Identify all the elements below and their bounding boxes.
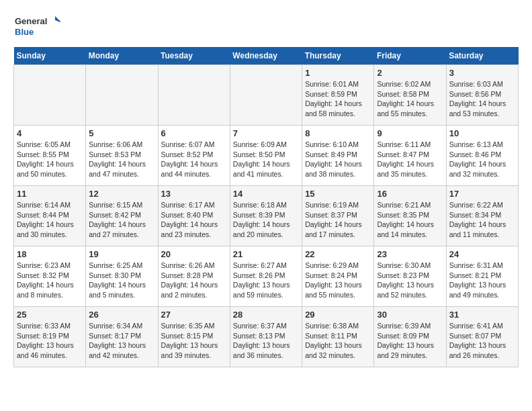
day-content: Sunrise: 6:03 AM Sunset: 8:56 PM Dayligh… bbox=[449, 79, 515, 119]
day-content: Sunrise: 6:31 AM Sunset: 8:21 PM Dayligh… bbox=[449, 261, 515, 300]
day-number: 26 bbox=[89, 310, 154, 320]
svg-marker-2 bbox=[55, 16, 60, 23]
header: General Blue bbox=[13, 13, 519, 40]
calendar-week-row: 4Sunrise: 6:05 AM Sunset: 8:55 PM Daylig… bbox=[14, 126, 519, 186]
day-number: 21 bbox=[233, 249, 299, 259]
day-number: 14 bbox=[233, 189, 299, 199]
calendar-cell: 21Sunrise: 6:27 AM Sunset: 8:26 PM Dayli… bbox=[230, 246, 302, 307]
day-number: 22 bbox=[305, 249, 371, 259]
day-content: Sunrise: 6:14 AM Sunset: 8:44 PM Dayligh… bbox=[17, 200, 83, 240]
day-number: 11 bbox=[17, 189, 83, 199]
day-number: 9 bbox=[377, 128, 443, 138]
day-content: Sunrise: 6:30 AM Sunset: 8:23 PM Dayligh… bbox=[377, 261, 443, 300]
day-number: 12 bbox=[89, 189, 154, 199]
calendar-cell bbox=[230, 65, 302, 126]
calendar-cell: 25Sunrise: 6:33 AM Sunset: 8:19 PM Dayli… bbox=[14, 307, 86, 367]
day-number: 1 bbox=[305, 68, 371, 78]
calendar-cell: 3Sunrise: 6:03 AM Sunset: 8:56 PM Daylig… bbox=[446, 65, 518, 126]
calendar-cell: 27Sunrise: 6:35 AM Sunset: 8:15 PM Dayli… bbox=[158, 307, 230, 367]
day-number: 7 bbox=[233, 128, 299, 138]
calendar-cell: 17Sunrise: 6:22 AM Sunset: 8:34 PM Dayli… bbox=[446, 186, 518, 246]
calendar-cell: 31Sunrise: 6:41 AM Sunset: 8:07 PM Dayli… bbox=[446, 307, 518, 367]
calendar-cell: 6Sunrise: 6:07 AM Sunset: 8:52 PM Daylig… bbox=[158, 126, 230, 186]
day-number: 27 bbox=[161, 310, 227, 320]
day-of-week-header: Friday bbox=[374, 47, 446, 65]
day-content: Sunrise: 6:34 AM Sunset: 8:17 PM Dayligh… bbox=[89, 321, 154, 361]
day-content: Sunrise: 6:25 AM Sunset: 8:30 PM Dayligh… bbox=[89, 261, 154, 300]
day-content: Sunrise: 6:41 AM Sunset: 8:07 PM Dayligh… bbox=[449, 321, 515, 361]
day-number: 16 bbox=[377, 189, 443, 199]
calendar-cell bbox=[14, 65, 86, 126]
day-content: Sunrise: 6:19 AM Sunset: 8:37 PM Dayligh… bbox=[305, 200, 371, 240]
calendar-cell: 14Sunrise: 6:18 AM Sunset: 8:39 PM Dayli… bbox=[230, 186, 302, 246]
day-content: Sunrise: 6:27 AM Sunset: 8:26 PM Dayligh… bbox=[233, 261, 299, 300]
calendar-cell: 5Sunrise: 6:06 AM Sunset: 8:53 PM Daylig… bbox=[86, 126, 158, 186]
days-of-week-row: SundayMondayTuesdayWednesdayThursdayFrid… bbox=[14, 47, 519, 65]
day-of-week-header: Tuesday bbox=[158, 47, 230, 65]
day-content: Sunrise: 6:01 AM Sunset: 8:59 PM Dayligh… bbox=[305, 79, 371, 119]
calendar-cell: 13Sunrise: 6:17 AM Sunset: 8:40 PM Dayli… bbox=[158, 186, 230, 246]
day-content: Sunrise: 6:17 AM Sunset: 8:40 PM Dayligh… bbox=[161, 200, 227, 240]
day-number: 15 bbox=[305, 189, 371, 199]
calendar-cell: 9Sunrise: 6:11 AM Sunset: 8:47 PM Daylig… bbox=[374, 126, 446, 186]
day-content: Sunrise: 6:26 AM Sunset: 8:28 PM Dayligh… bbox=[161, 261, 227, 300]
day-number: 3 bbox=[449, 68, 515, 78]
logo: General Blue bbox=[13, 13, 60, 40]
day-content: Sunrise: 6:11 AM Sunset: 8:47 PM Dayligh… bbox=[377, 140, 443, 179]
day-content: Sunrise: 6:29 AM Sunset: 8:24 PM Dayligh… bbox=[305, 261, 371, 300]
day-content: Sunrise: 6:18 AM Sunset: 8:39 PM Dayligh… bbox=[233, 200, 299, 240]
calendar-cell: 30Sunrise: 6:39 AM Sunset: 8:09 PM Dayli… bbox=[374, 307, 446, 367]
day-number: 25 bbox=[17, 310, 83, 320]
day-content: Sunrise: 6:07 AM Sunset: 8:52 PM Dayligh… bbox=[161, 140, 227, 179]
day-of-week-header: Wednesday bbox=[230, 47, 302, 65]
calendar-cell: 23Sunrise: 6:30 AM Sunset: 8:23 PM Dayli… bbox=[374, 246, 446, 307]
day-of-week-header: Sunday bbox=[14, 47, 86, 65]
calendar-cell: 4Sunrise: 6:05 AM Sunset: 8:55 PM Daylig… bbox=[14, 126, 86, 186]
day-content: Sunrise: 6:13 AM Sunset: 8:46 PM Dayligh… bbox=[449, 140, 515, 179]
calendar-cell: 11Sunrise: 6:14 AM Sunset: 8:44 PM Dayli… bbox=[14, 186, 86, 246]
day-content: Sunrise: 6:22 AM Sunset: 8:34 PM Dayligh… bbox=[449, 200, 515, 240]
day-content: Sunrise: 6:23 AM Sunset: 8:32 PM Dayligh… bbox=[17, 261, 83, 300]
calendar-cell: 28Sunrise: 6:37 AM Sunset: 8:13 PM Dayli… bbox=[230, 307, 302, 367]
day-number: 31 bbox=[449, 310, 515, 320]
calendar-cell: 20Sunrise: 6:26 AM Sunset: 8:28 PM Dayli… bbox=[158, 246, 230, 307]
svg-text:Blue: Blue bbox=[15, 27, 34, 37]
day-number: 20 bbox=[161, 249, 227, 259]
calendar-cell: 19Sunrise: 6:25 AM Sunset: 8:30 PM Dayli… bbox=[86, 246, 158, 307]
day-number: 4 bbox=[17, 128, 83, 138]
calendar-cell: 12Sunrise: 6:15 AM Sunset: 8:42 PM Dayli… bbox=[86, 186, 158, 246]
calendar-header: SundayMondayTuesdayWednesdayThursdayFrid… bbox=[14, 47, 519, 65]
calendar-cell: 1Sunrise: 6:01 AM Sunset: 8:59 PM Daylig… bbox=[302, 65, 374, 126]
day-number: 28 bbox=[233, 310, 299, 320]
calendar-week-row: 1Sunrise: 6:01 AM Sunset: 8:59 PM Daylig… bbox=[14, 65, 519, 126]
day-content: Sunrise: 6:38 AM Sunset: 8:11 PM Dayligh… bbox=[305, 321, 371, 361]
day-number: 30 bbox=[377, 310, 443, 320]
day-number: 24 bbox=[449, 249, 515, 259]
day-number: 17 bbox=[449, 189, 515, 199]
day-of-week-header: Monday bbox=[86, 47, 158, 65]
calendar-cell: 24Sunrise: 6:31 AM Sunset: 8:21 PM Dayli… bbox=[446, 246, 518, 307]
calendar-table: SundayMondayTuesdayWednesdayThursdayFrid… bbox=[13, 47, 519, 367]
calendar-week-row: 11Sunrise: 6:14 AM Sunset: 8:44 PM Dayli… bbox=[14, 186, 519, 246]
day-of-week-header: Thursday bbox=[302, 47, 374, 65]
day-number: 29 bbox=[305, 310, 371, 320]
calendar-cell: 8Sunrise: 6:10 AM Sunset: 8:49 PM Daylig… bbox=[302, 126, 374, 186]
calendar-week-row: 18Sunrise: 6:23 AM Sunset: 8:32 PM Dayli… bbox=[14, 246, 519, 307]
calendar-week-row: 25Sunrise: 6:33 AM Sunset: 8:19 PM Dayli… bbox=[14, 307, 519, 367]
calendar-cell: 15Sunrise: 6:19 AM Sunset: 8:37 PM Dayli… bbox=[302, 186, 374, 246]
calendar-body: 1Sunrise: 6:01 AM Sunset: 8:59 PM Daylig… bbox=[14, 65, 519, 367]
calendar-cell bbox=[158, 65, 230, 126]
day-content: Sunrise: 6:05 AM Sunset: 8:55 PM Dayligh… bbox=[17, 140, 83, 179]
day-content: Sunrise: 6:35 AM Sunset: 8:15 PM Dayligh… bbox=[161, 321, 227, 361]
calendar-cell: 16Sunrise: 6:21 AM Sunset: 8:35 PM Dayli… bbox=[374, 186, 446, 246]
day-content: Sunrise: 6:02 AM Sunset: 8:58 PM Dayligh… bbox=[377, 79, 443, 119]
day-number: 23 bbox=[377, 249, 443, 259]
calendar-cell: 26Sunrise: 6:34 AM Sunset: 8:17 PM Dayli… bbox=[86, 307, 158, 367]
day-content: Sunrise: 6:39 AM Sunset: 8:09 PM Dayligh… bbox=[377, 321, 443, 361]
day-number: 19 bbox=[89, 249, 154, 259]
day-content: Sunrise: 6:33 AM Sunset: 8:19 PM Dayligh… bbox=[17, 321, 83, 361]
calendar-cell: 7Sunrise: 6:09 AM Sunset: 8:50 PM Daylig… bbox=[230, 126, 302, 186]
day-number: 18 bbox=[17, 249, 83, 259]
calendar-cell: 10Sunrise: 6:13 AM Sunset: 8:46 PM Dayli… bbox=[446, 126, 518, 186]
day-content: Sunrise: 6:09 AM Sunset: 8:50 PM Dayligh… bbox=[233, 140, 299, 179]
